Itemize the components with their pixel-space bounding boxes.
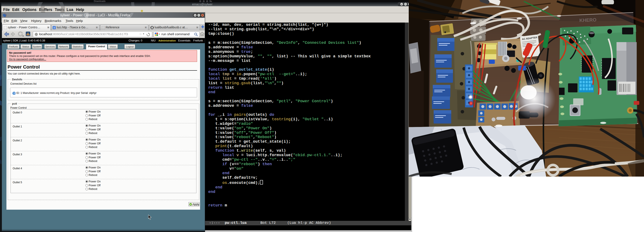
svg-text:?: ? xyxy=(13,92,15,95)
svg-text:8: 8 xyxy=(54,26,55,29)
svg-text:KHERO: KHERO xyxy=(579,17,596,23)
